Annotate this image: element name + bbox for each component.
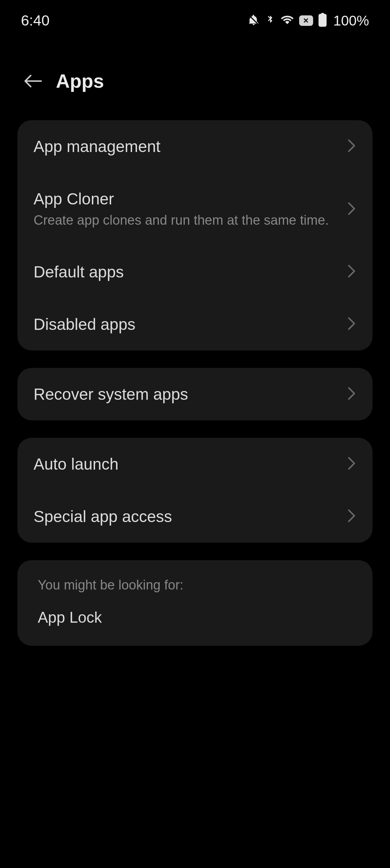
status-icons: ✕ 100% <box>247 13 369 29</box>
chevron-right-icon <box>347 264 356 280</box>
list-item-subtitle: Create app clones and run them at the sa… <box>34 212 340 229</box>
sim-no-signal-icon: ✕ <box>299 15 313 26</box>
settings-group-2: Recover system apps <box>17 368 373 420</box>
list-item-title: Auto launch <box>34 455 340 473</box>
list-item-title: App management <box>34 137 340 156</box>
item-auto-launch[interactable]: Auto launch <box>17 438 373 490</box>
item-app-management[interactable]: App management <box>17 120 373 173</box>
content: App management App Cloner Create app clo… <box>0 110 390 656</box>
settings-group-1: App management App Cloner Create app clo… <box>17 120 373 350</box>
item-recover-system-apps[interactable]: Recover system apps <box>17 368 373 420</box>
item-default-apps[interactable]: Default apps <box>17 246 373 298</box>
chevron-right-icon <box>347 317 356 332</box>
suggestion-card: You might be looking for: App Lock <box>17 560 373 646</box>
mute-icon <box>247 14 260 28</box>
settings-group-3: Auto launch Special app access <box>17 438 373 543</box>
item-app-cloner[interactable]: App Cloner Create app clones and run the… <box>17 173 373 246</box>
chevron-right-icon <box>347 386 356 402</box>
chevron-right-icon <box>347 509 356 524</box>
item-special-app-access[interactable]: Special app access <box>17 490 373 543</box>
list-item-title: Default apps <box>34 262 340 281</box>
chevron-right-icon <box>347 456 356 472</box>
svg-rect-1 <box>319 14 326 26</box>
status-time: 6:40 <box>21 12 50 29</box>
battery-icon <box>318 13 327 28</box>
svg-rect-2 <box>321 13 324 14</box>
wifi-icon <box>280 14 294 28</box>
list-item-title: Special app access <box>34 507 340 526</box>
chevron-right-icon <box>347 202 356 217</box>
list-item-title: App Cloner <box>34 189 340 208</box>
header: Apps <box>0 35 390 110</box>
list-item-title: Disabled apps <box>34 315 340 334</box>
suggestion-label: You might be looking for: <box>38 578 352 593</box>
status-bar: 6:40 ✕ 100% <box>0 0 390 35</box>
back-button[interactable] <box>24 72 42 90</box>
item-disabled-apps[interactable]: Disabled apps <box>17 298 373 350</box>
chevron-right-icon <box>347 139 356 154</box>
battery-percent: 100% <box>333 13 369 29</box>
arrow-left-icon <box>24 75 42 87</box>
list-item-title: Recover system apps <box>34 385 340 404</box>
page-title: Apps <box>56 70 104 92</box>
suggestion-item-app-lock[interactable]: App Lock <box>38 609 352 626</box>
bluetooth-icon <box>265 13 275 28</box>
